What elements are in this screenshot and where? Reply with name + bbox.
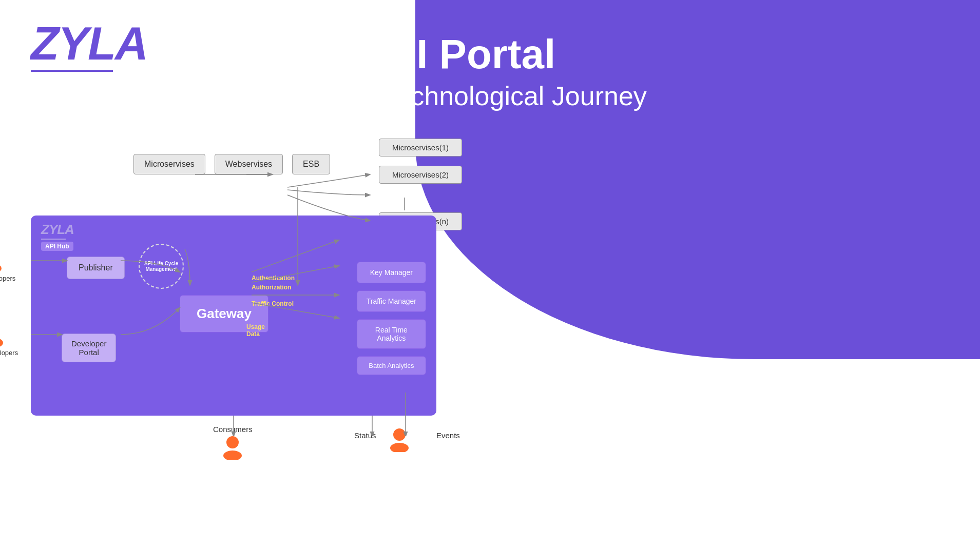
micro-box-2: Microservises(2) [379,166,462,184]
auth-label: Authentication [252,275,295,282]
svg-point-17 [223,451,242,460]
status-section: Status [354,431,376,440]
batch-analytics-box: Batch Analytics [357,356,426,375]
consumers-label: Consumers [213,425,253,434]
svg-point-16 [226,436,239,448]
status-person-icon [390,428,409,454]
consumers-section: Consumers [213,425,253,460]
consumers-person-icon [223,436,242,460]
inner-logo: ZYLA API Hub [41,222,74,251]
api-developers-person: API Developers [0,249,15,282]
usage-label: UsageData [246,323,265,338]
person-icon-api [0,249,2,272]
traffic-label: Traffic Control [252,300,294,307]
svg-point-19 [390,443,409,452]
esb-box: ESB [292,154,330,174]
real-time-analytics-box: Real TimeAnalytics [357,319,426,349]
inner-logo-underline [41,239,66,240]
micro-box-1: Microservises(1) [379,139,462,156]
right-boxes-column: Key Manager Traffic Manager Real TimeAna… [357,262,426,375]
key-manager-box: Key Manager [357,262,426,283]
header-subtitle: A Technological Journey [359,81,647,111]
svg-point-18 [393,428,406,441]
developer-portal-box: DeveloperPortal [62,334,116,362]
api-hub-badge: API Hub [41,242,73,251]
person-icon-app [0,323,3,347]
top-services-row: Microservises Webservises ESB [133,154,330,174]
svg-point-3 [0,338,3,347]
microservises-box: Microservises [133,154,205,174]
webservises-box: Webservises [215,154,283,174]
lifecycle-circle: API Life Cycle Management [139,244,184,289]
main-logo: ZYLA [31,21,147,72]
app-developers-label: APP Developers [0,349,18,357]
publisher-box: Publisher [67,257,125,279]
svg-point-1 [0,263,2,272]
logo-underline [31,70,113,72]
app-developers-person: APP Developers [0,323,18,357]
header-section: API Portal A Technological Journey [359,31,647,111]
api-developers-label: API Developers [0,275,15,282]
events-section: Events [436,431,460,440]
status-label: Status [354,431,376,440]
logo-text: ZYLA [31,21,147,67]
purple-diagram-area: ZYLA API Hub Publisher DeveloperPortal A… [31,216,436,416]
traffic-manager-box: Traffic Manager [357,290,426,312]
header-title: API Portal [359,31,647,78]
authz-label: Authorization [252,284,291,291]
inner-logo-text: ZYLA [41,222,74,238]
status-person-svg [390,428,409,452]
events-label: Events [436,431,460,440]
